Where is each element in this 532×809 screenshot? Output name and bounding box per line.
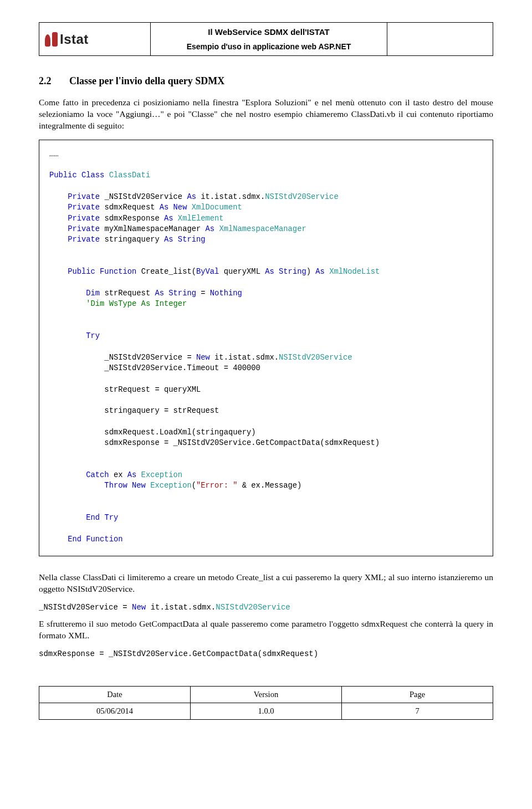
ident: sdmxRequest xyxy=(104,203,155,212)
kw: Function xyxy=(100,268,136,276)
kw: New xyxy=(132,603,146,612)
type: NSIStdV20Service xyxy=(279,354,352,362)
kw: Private xyxy=(68,203,100,212)
header-title-line1: Il WebService SDMX dell'ISTAT xyxy=(156,27,381,37)
ns: it.istat.sdmx. xyxy=(146,603,216,612)
kw: As xyxy=(155,289,164,298)
footer-header-date: Date xyxy=(39,687,191,703)
stmt: & ex.Message) xyxy=(237,482,301,490)
kw: String xyxy=(178,235,206,244)
type: NSIStdV20Service xyxy=(216,603,290,612)
kw: Dim xyxy=(86,289,100,298)
stmt: _NSIStdV20Service = xyxy=(39,603,132,612)
punct: ( xyxy=(192,482,196,490)
kw: Catch xyxy=(86,471,109,479)
header-title-line2: Esempio d'uso in applicazione web ASP.NE… xyxy=(156,42,381,51)
kw: Private xyxy=(68,225,100,233)
section-number: 2.2 xyxy=(39,75,69,87)
kw: String xyxy=(168,289,196,298)
kw: Private xyxy=(68,235,100,244)
istat-logo: Istat xyxy=(45,32,145,47)
type: NSIStdV20Service xyxy=(265,193,338,201)
ident: sdmxResponse xyxy=(104,214,159,223)
punct: = xyxy=(196,289,210,298)
inline-code-2: sdmxResponse = _NSIStdV20Service.GetComp… xyxy=(39,649,493,658)
paragraph-3: E sfrutteremo il suo metodo GetCompactDa… xyxy=(39,618,493,642)
stmt: _NSIStdV20Service = xyxy=(104,354,196,362)
comment: 'Dim WsType As Integer xyxy=(86,300,187,308)
footer-header-version: Version xyxy=(191,687,342,703)
string: "Error: " xyxy=(196,482,238,490)
kw: As xyxy=(265,268,274,276)
paragraph-1: Come fatto in precedenza ci posizioniamo… xyxy=(39,97,493,132)
stmt: sdmxResponse = _NSIStdV20Service.GetComp… xyxy=(104,439,380,447)
paragraph-2: Nella classe ClassDati ci limiteremo a c… xyxy=(39,572,493,595)
stmt: stringaquery = strRequest xyxy=(104,407,219,415)
punct: ) xyxy=(306,268,311,276)
type: XmlElement xyxy=(178,214,224,223)
kw: New xyxy=(196,354,210,362)
stmt: sdmxRequest.LoadXml(stringaquery) xyxy=(104,428,255,437)
kw: As xyxy=(315,268,325,276)
footer-header-page: Page xyxy=(342,687,493,703)
footer-value-date: 05/06/2014 xyxy=(39,703,191,720)
kw: Public xyxy=(68,268,95,276)
kw: New xyxy=(173,203,187,212)
kw: Function xyxy=(86,535,122,544)
kw: Class xyxy=(81,171,104,180)
type: XmlNamespaceManager xyxy=(219,225,306,233)
kw: As xyxy=(164,214,173,223)
ident: strRequest xyxy=(104,289,150,298)
ident: queryXML xyxy=(224,268,260,276)
kw: As xyxy=(127,471,137,479)
kw: String xyxy=(279,268,306,276)
ident: stringaquery xyxy=(104,235,159,244)
kw: Try xyxy=(86,332,100,340)
kw: ByVal xyxy=(196,268,219,276)
header-table: Istat Il WebService SDMX dell'ISTAT Esem… xyxy=(39,22,493,56)
header-right-cell xyxy=(387,23,493,56)
type: XmlNodeList xyxy=(329,268,380,276)
kw: As xyxy=(187,193,196,201)
kw: End xyxy=(68,535,81,544)
ident: _NSIStdV20Service xyxy=(104,193,182,201)
type: Exception xyxy=(150,482,192,490)
footer-value-version: 1.0.0 xyxy=(191,703,342,720)
section-heading: 2.2Classe per l'invio della query SDMX xyxy=(39,75,493,87)
ident: Create_list( xyxy=(141,268,196,276)
kw: Public xyxy=(49,171,77,180)
ident: myXmlNamespaceManager xyxy=(104,225,201,233)
footer-value-page: 7 xyxy=(342,703,493,720)
kw: Throw xyxy=(104,482,127,490)
header-title-cell: Il WebService SDMX dell'ISTAT Esempio d'… xyxy=(151,23,387,56)
kw: As xyxy=(164,235,173,244)
kw: As xyxy=(206,225,215,233)
kw: Private xyxy=(68,193,100,201)
section-title: Classe per l'invio della query SDMX xyxy=(69,75,224,86)
logo-bars-icon xyxy=(45,32,58,47)
code-ellipsis: …… xyxy=(49,150,59,158)
type: XmlDocument xyxy=(192,203,242,212)
kw: Nothing xyxy=(210,289,242,298)
kw: Private xyxy=(68,214,100,223)
ns: it.istat.sdmx. xyxy=(210,354,279,362)
ident: ex xyxy=(109,471,127,479)
logo-cell: Istat xyxy=(39,23,151,56)
logo-text: Istat xyxy=(60,32,89,47)
document-page: Istat Il WebService SDMX dell'ISTAT Esem… xyxy=(0,0,532,736)
code-box: …… Public Class ClassDati Private _NSISt… xyxy=(39,140,493,557)
kw: Try xyxy=(104,514,118,522)
stmt: strRequest = queryXML xyxy=(104,386,201,394)
ns: it.istat.sdmx. xyxy=(201,193,265,201)
type: ClassDati xyxy=(109,171,151,180)
footer-table: Date Version Page 05/06/2014 1.0.0 7 xyxy=(39,686,493,720)
kw: End xyxy=(86,514,100,522)
inline-code-1: _NSIStdV20Service = New it.istat.sdmx.NS… xyxy=(39,603,493,612)
kw: New xyxy=(132,482,146,490)
stmt: _NSIStdV20Service.Timeout = 400000 xyxy=(104,364,260,372)
kw: As xyxy=(160,203,169,212)
type: Exception xyxy=(136,471,182,479)
